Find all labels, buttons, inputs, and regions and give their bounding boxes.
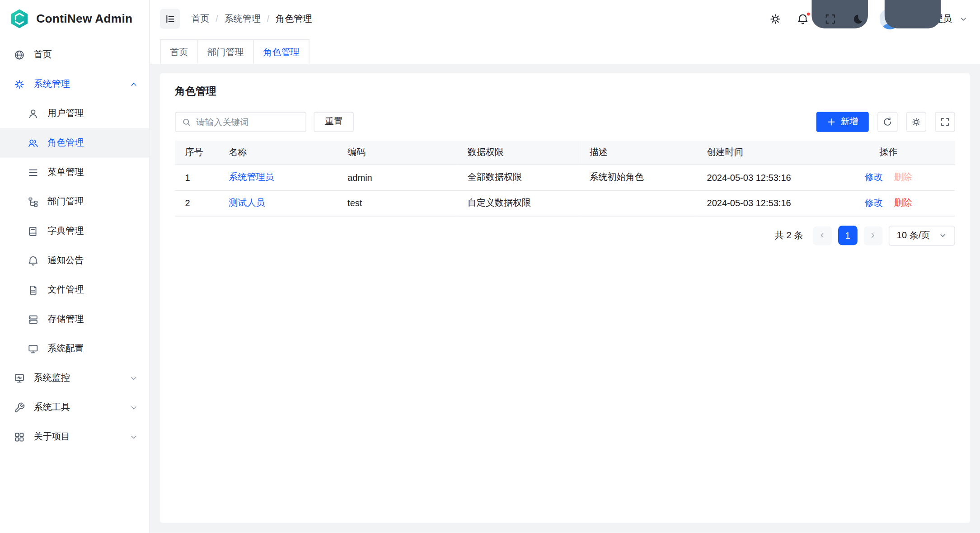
chevron-down-icon [129,374,138,382]
chevron-down-icon [129,403,138,412]
refresh-button[interactable] [877,112,897,132]
search-icon [182,117,192,127]
page-size-value: 10 条/页 [897,230,930,241]
moon-icon [852,13,863,24]
notification-dot [806,12,811,16]
breadcrumb-separator: / [216,14,218,24]
cell-created: 2024-05-03 12:53:16 [697,190,822,216]
reset-button-label: 重置 [325,116,342,127]
sidebar-item-label: 文件管理 [47,284,84,296]
next-page-button[interactable] [863,226,882,245]
sidebar-item-role-mgmt[interactable]: 角色管理 [0,128,150,158]
sidebar-item-file-mgmt[interactable]: 文件管理 [0,275,150,305]
sidebar-item-storage-mgmt[interactable]: 存储管理 [0,305,150,334]
expand-button[interactable] [935,112,955,132]
user-icon [28,108,39,119]
menu-list-icon [28,167,39,178]
tab-actions-button[interactable] [783,0,970,57]
breadcrumb-item-home[interactable]: 首页 [191,13,209,24]
file-icon [28,284,39,296]
sidebar-item-label: 菜单管理 [47,166,84,178]
column-header-actions: 操作 [822,141,955,165]
wrench-icon [14,402,25,413]
role-name-link[interactable]: 系统管理员 [229,172,274,182]
breadcrumb-item-system[interactable]: 系统管理 [225,13,261,24]
fullscreen-button[interactable] [824,13,836,24]
sidebar-item-label: 关于项目 [34,431,70,443]
sidebar-item-label: 系统工具 [34,401,70,413]
chevron-down-icon [129,433,138,441]
role-table: 序号 名称 编码 数据权限 描述 创建时间 操作 1 系统管理员 [175,141,955,216]
search-input[interactable] [196,117,299,127]
chevron-right-icon [869,231,877,240]
desktop-icon [28,343,39,354]
sidebar-item-label: 部门管理 [47,196,84,208]
app-window: ContiNew Admin 首页 系统管理 [0,0,980,533]
org-tree-icon [28,196,39,208]
content-area: 角色管理 重置 [150,64,980,533]
table-settings-button[interactable] [906,112,926,132]
notifications-button[interactable] [797,13,808,24]
cell-no: 1 [175,165,219,190]
edit-link[interactable]: 修改 [865,172,883,182]
sidebar-item-label: 首页 [34,49,52,61]
tab-label: 首页 [170,46,188,58]
table-row: 1 系统管理员 admin 全部数据权限 系统初始角色 2024-05-03 1… [175,165,955,190]
edit-link[interactable]: 修改 [865,198,883,208]
role-mgmt-card: 角色管理 重置 [160,73,970,523]
sidebar-item-user-mgmt[interactable]: 用户管理 [0,99,150,128]
breadcrumb-separator: / [267,14,270,24]
role-name-link[interactable]: 测试人员 [229,198,265,208]
add-button[interactable]: 新增 [816,112,869,132]
sidebar-item-label: 用户管理 [47,108,84,119]
chevron-down-icon [939,231,947,240]
column-header-no: 序号 [175,141,219,165]
sidebar-item-tools[interactable]: 系统工具 [0,393,150,422]
main-area: 首页 / 系统管理 / 角色管理 [150,0,980,533]
dark-mode-button[interactable] [852,13,863,24]
prev-page-button[interactable] [813,226,831,245]
settings-button[interactable] [769,13,781,24]
sidebar-item-monitor[interactable]: 系统监控 [0,363,150,393]
cell-created: 2024-05-03 12:53:16 [697,165,822,190]
sidebar-item-system[interactable]: 系统管理 [0,70,150,99]
toolbar-right: 新增 [816,112,955,132]
delete-link[interactable]: 删除 [894,172,912,182]
cell-code: admin [338,165,458,190]
cell-no: 2 [175,190,219,216]
sidebar-item-sys-config[interactable]: 系统配置 [0,334,150,363]
sidebar-item-dept-mgmt[interactable]: 部门管理 [0,187,150,217]
pagination-total: 共 2 条 [775,230,803,241]
menu-fold-icon [164,14,175,24]
tab-home[interactable]: 首页 [160,39,198,64]
gear-icon [14,79,25,90]
breadcrumb: 首页 / 系统管理 / 角色管理 [191,13,312,24]
delete-link[interactable]: 删除 [894,198,912,208]
column-header-code: 编码 [338,141,458,165]
tab-label: 部门管理 [207,46,244,58]
users-icon [28,137,39,149]
tab-role-mgmt[interactable]: 角色管理 [253,39,309,64]
sidebar-item-home[interactable]: 首页 [0,40,150,70]
refresh-icon [882,117,892,127]
table-row: 2 测试人员 test 自定义数据权限 2024-05-03 12:53:16 … [175,190,955,216]
current-page[interactable]: 1 [838,226,858,245]
tab-bar: 首页 部门管理 角色管理 [150,38,980,64]
monitor-icon [14,373,25,384]
sidebar-collapse-button[interactable] [160,9,180,28]
reset-button[interactable]: 重置 [314,112,354,132]
fullscreen-icon [824,13,836,24]
apps-grid-icon [783,0,970,57]
sidebar-item-notice[interactable]: 通知公告 [0,246,150,275]
app-logo[interactable]: ContiNew Admin [0,0,150,38]
sidebar-item-dict-mgmt[interactable]: 字典管理 [0,217,150,246]
column-header-name: 名称 [219,141,338,165]
sidebar-item-about[interactable]: 关于项目 [0,422,150,452]
sidebar-item-menu-mgmt[interactable]: 菜单管理 [0,158,150,187]
column-header-permission: 数据权限 [458,141,580,165]
bell-icon [28,255,39,266]
tab-dept-mgmt[interactable]: 部门管理 [197,39,253,64]
book-icon [28,226,39,237]
page-size-select[interactable]: 10 条/页 [889,226,955,245]
cell-description [579,190,697,216]
